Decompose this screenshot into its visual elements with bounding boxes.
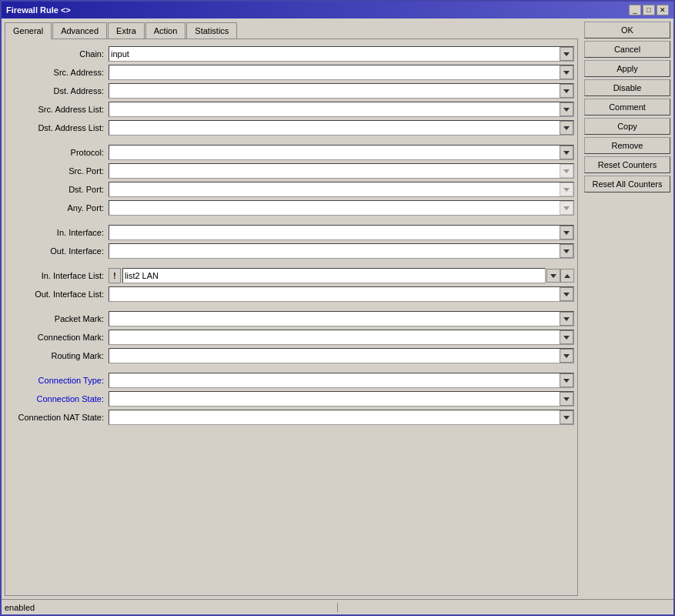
ok-button[interactable]: OK — [584, 22, 670, 38]
in-interface-list-input[interactable] — [123, 269, 545, 283]
chain-label: Chain: — [8, 49, 109, 59]
routing-mark-dropdown-btn[interactable] — [560, 349, 573, 363]
dst-address-list-label: Dst. Address List: — [8, 123, 109, 132]
in-interface-list-up-btn[interactable] — [560, 269, 574, 283]
connection-mark-row: Connection Mark: — [8, 329, 574, 346]
chain-control — [109, 46, 574, 62]
connection-type-dropdown-btn[interactable] — [560, 373, 573, 387]
dst-address-list-dropdown-btn[interactable] — [560, 121, 573, 135]
tab-statistics[interactable]: Statistics — [186, 22, 237, 39]
tab-content-general: Chain: Src. Address: Dst. Ad — [5, 38, 578, 596]
spacer-5 — [8, 366, 574, 372]
routing-mark-control — [109, 348, 574, 363]
disable-button[interactable]: Disable — [584, 79, 670, 96]
minimize-button[interactable]: _ — [629, 5, 641, 15]
out-interface-label: Out. Interface: — [8, 246, 109, 256]
connection-state-dropdown-btn[interactable] — [560, 392, 573, 406]
dst-address-input[interactable] — [109, 84, 560, 98]
dst-address-dropdown-btn[interactable] — [560, 84, 573, 98]
apply-button[interactable]: Apply — [584, 60, 670, 77]
packet-mark-dropdown-btn[interactable] — [560, 312, 573, 326]
protocol-input[interactable] — [109, 146, 560, 159]
out-interface-list-dropdown-btn[interactable] — [560, 287, 573, 301]
connection-state-dropdown-icon — [563, 397, 570, 401]
src-address-input[interactable] — [109, 65, 560, 79]
tab-extra[interactable]: Extra — [108, 22, 145, 39]
src-address-list-row: Src. Address List: — [8, 101, 574, 118]
any-port-label: Any. Port: — [8, 203, 109, 213]
remove-button[interactable]: Remove — [584, 137, 670, 154]
in-interface-list-dropdown-btn[interactable] — [546, 269, 560, 283]
exclamation-icon: ! — [113, 272, 115, 280]
connection-mark-label: Connection Mark: — [8, 333, 109, 342]
src-address-list-control — [109, 102, 574, 117]
connection-nat-state-control — [109, 410, 574, 425]
connection-type-input[interactable] — [109, 373, 560, 387]
connection-mark-control — [109, 330, 574, 345]
dst-port-control — [109, 182, 574, 197]
protocol-label: Protocol: — [8, 148, 109, 157]
out-interface-list-label: Out. Interface List: — [8, 290, 109, 299]
packet-mark-input[interactable] — [109, 312, 560, 326]
src-address-list-dropdown-btn[interactable] — [560, 102, 573, 116]
dst-address-list-row: Dst. Address List: — [8, 119, 574, 136]
out-interface-input[interactable] — [109, 244, 560, 258]
out-interface-list-input[interactable] — [109, 287, 560, 301]
dst-port-row: Dst. Port: — [8, 181, 574, 198]
in-interface-list-up-icon — [564, 274, 570, 278]
close-button[interactable]: ✕ — [657, 5, 669, 15]
src-address-row: Src. Address: — [8, 64, 574, 81]
connection-type-row: Connection Type: — [8, 372, 574, 389]
in-interface-list-exclamation-btn[interactable]: ! — [109, 268, 121, 283]
out-interface-dropdown-btn[interactable] — [560, 244, 573, 258]
out-interface-row: Out. Interface: — [8, 243, 574, 259]
connection-mark-dropdown-btn[interactable] — [560, 330, 573, 344]
in-interface-dropdown-btn[interactable] — [560, 226, 573, 239]
routing-mark-dropdown-icon — [563, 354, 570, 358]
tab-advanced[interactable]: Advanced — [52, 22, 107, 39]
routing-mark-input[interactable] — [109, 349, 560, 363]
connection-nat-state-input[interactable] — [109, 410, 560, 424]
spacer-2 — [8, 218, 574, 224]
dst-address-list-dropdown-icon — [563, 126, 570, 130]
spacer-1 — [8, 138, 574, 144]
connection-type-dropdown-icon — [563, 379, 570, 383]
dst-address-list-control — [109, 120, 574, 136]
src-address-label: Src. Address: — [8, 68, 109, 77]
protocol-dropdown-icon — [563, 151, 570, 155]
reset-all-counters-button[interactable]: Reset All Counters — [584, 176, 670, 192]
protocol-row: Protocol: — [8, 144, 574, 161]
dst-port-dropdown-icon — [563, 188, 570, 192]
reset-counters-button[interactable]: Reset Counters — [584, 156, 670, 173]
content-area: General Advanced Extra Action Statistics… — [2, 18, 673, 599]
out-interface-list-control — [109, 286, 574, 302]
connection-state-input[interactable] — [109, 392, 560, 406]
tab-action[interactable]: Action — [145, 22, 186, 39]
any-port-dropdown-btn — [560, 201, 573, 215]
protocol-dropdown-btn[interactable] — [560, 146, 573, 159]
src-address-dropdown-btn[interactable] — [560, 65, 573, 79]
src-address-list-input[interactable] — [109, 102, 560, 116]
src-address-dropdown-icon — [563, 71, 570, 75]
right-panel: OK Cancel Apply Disable Comment Copy Rem… — [581, 18, 673, 599]
spacer-3 — [8, 261, 574, 267]
connection-mark-input[interactable] — [109, 330, 560, 344]
copy-button[interactable]: Copy — [584, 118, 670, 135]
cancel-button[interactable]: Cancel — [584, 41, 670, 58]
comment-button[interactable]: Comment — [584, 99, 670, 116]
dst-port-dropdown-btn — [560, 182, 573, 196]
maximize-button[interactable]: □ — [643, 5, 655, 15]
src-port-row: Src. Port: — [8, 162, 574, 179]
chain-dropdown-btn[interactable] — [560, 47, 573, 61]
connection-state-control — [109, 391, 574, 407]
dst-port-input — [109, 182, 560, 196]
tab-general[interactable]: General — [5, 22, 52, 39]
chain-input[interactable] — [109, 47, 560, 61]
status-left: enabled — [5, 603, 338, 612]
in-interface-input[interactable] — [109, 226, 560, 239]
src-port-control — [109, 163, 574, 179]
any-port-row: Any. Port: — [8, 199, 574, 216]
connection-nat-state-dropdown-btn[interactable] — [560, 410, 573, 424]
connection-type-control — [109, 373, 574, 388]
dst-address-list-input[interactable] — [109, 121, 560, 135]
